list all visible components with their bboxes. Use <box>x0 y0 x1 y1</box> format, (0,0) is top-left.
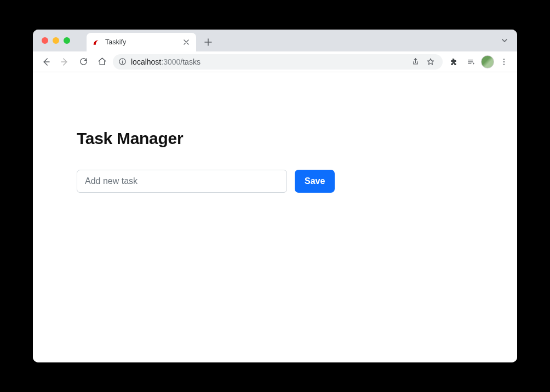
url-text: localhost:3000/tasks <box>131 57 200 66</box>
page-content: Task Manager Save <box>33 72 517 362</box>
save-button[interactable]: Save <box>295 170 335 193</box>
url-host: localhost <box>131 57 161 66</box>
window-controls <box>37 30 76 51</box>
tab-bar: Taskify <box>33 30 517 51</box>
svg-point-3 <box>503 59 505 60</box>
browser-window: Taskify localhos <box>33 30 517 362</box>
site-info-icon[interactable] <box>118 57 127 66</box>
task-form: Save <box>77 170 471 193</box>
home-button[interactable] <box>94 54 110 70</box>
url-path: /tasks <box>180 57 200 66</box>
tab-overflow-button[interactable] <box>501 30 513 51</box>
profile-avatar[interactable] <box>481 55 494 68</box>
window-maximize-button[interactable] <box>64 37 70 44</box>
tab-title: Taskify <box>105 38 177 46</box>
reload-button[interactable] <box>76 54 91 70</box>
toolbar: localhost:3000/tasks <box>33 51 517 72</box>
forward-button[interactable] <box>57 54 72 70</box>
page-title: Task Manager <box>77 129 471 148</box>
address-bar[interactable]: localhost:3000/tasks <box>113 54 443 70</box>
browser-tab[interactable]: Taskify <box>87 33 196 51</box>
url-port: :3000 <box>161 57 180 66</box>
svg-point-2 <box>122 60 123 60</box>
extensions-icon[interactable] <box>446 54 461 70</box>
bookmark-star-icon[interactable] <box>424 55 437 68</box>
media-control-icon[interactable] <box>463 54 479 70</box>
back-button[interactable] <box>38 54 54 70</box>
share-icon[interactable] <box>409 55 422 68</box>
kebab-menu-icon[interactable] <box>496 54 512 70</box>
window-minimize-button[interactable] <box>53 37 59 44</box>
new-tab-button[interactable] <box>200 34 216 50</box>
svg-point-4 <box>503 61 505 62</box>
tab-close-button[interactable] <box>182 38 191 47</box>
rails-favicon-icon <box>92 38 101 47</box>
window-close-button[interactable] <box>42 37 48 44</box>
task-input[interactable] <box>77 170 287 193</box>
svg-point-5 <box>503 64 505 65</box>
